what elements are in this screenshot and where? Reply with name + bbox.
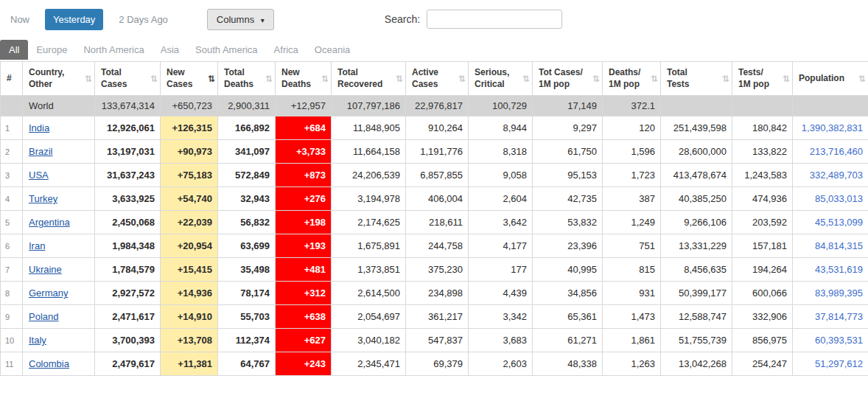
col-header-label: Population [799,73,857,85]
search-input[interactable] [427,10,562,29]
cell-serious_critical: 4,177 [469,234,533,258]
country-link[interactable]: Italy [29,335,46,346]
country-cell: Brazil [23,140,95,164]
world-row: World133,674,314+650,7232,900,311+12,957… [1,96,868,116]
sort-icon[interactable]: ⇅ [321,74,329,84]
col-header-label: ActiveCases [412,67,457,90]
country-link[interactable]: Turkey [29,193,57,204]
cell-total_deaths: 2,900,311 [218,96,276,116]
cell-total_tests: 251,439,598 [661,116,732,140]
tab-asia[interactable]: Asia [153,40,187,60]
cell-total_deaths: 56,832 [218,211,276,234]
tab-yesterday[interactable]: Yesterday [45,9,103,30]
tab-all[interactable]: All [0,40,28,60]
cell-deaths_per_1m: 120 [603,116,661,140]
cell-cases_per_1m: 9,297 [533,116,603,140]
cell-serious_critical: 9,058 [469,164,533,187]
cell-new_deaths: +638 [276,305,332,329]
country-link[interactable]: Brazil [29,146,53,157]
cell-cases_per_1m: 48,338 [533,352,603,376]
cell-active_cases: 361,217 [406,305,469,329]
country-link[interactable]: India [29,122,49,133]
table-row: 1India12,926,061+126,315166,892+68411,84… [1,116,868,140]
col-header-active_cases[interactable]: ActiveCases⇅ [406,62,469,96]
col-header-label: Tot Cases/1M pop [539,67,591,90]
col-header-label: # [7,73,11,85]
rank-cell: 7 [1,258,23,282]
cell-serious_critical: 3,642 [469,211,533,234]
table-row: 7Ukraine1,784,579+15,41535,498+4811,373,… [1,258,868,282]
col-header-deaths_per_1m[interactable]: Deaths/1M pop⇅ [603,62,661,96]
country-link[interactable]: Ukraine [29,264,62,275]
sort-icon[interactable]: ⇅ [265,74,273,84]
cell-deaths_per_1m: 1,861 [603,329,661,352]
cell-total_deaths: 55,703 [218,305,276,329]
cell-population [793,96,868,116]
sort-icon[interactable]: ⇅ [722,74,729,84]
sort-icon[interactable]: ⇅ [522,74,530,84]
cell-tests_per_1m: 1,243,583 [732,164,793,187]
rank-cell: 5 [1,211,23,234]
cell-tests_per_1m [732,96,793,116]
cell-population: 37,814,773 [793,305,868,329]
cell-cases_per_1m: 40,995 [533,258,603,282]
tab-africa[interactable]: Africa [266,40,307,60]
tab-now[interactable]: Now [10,14,29,25]
col-header-rank: # [1,62,23,96]
table-row: 4Turkey3,633,925+54,74032,943+2763,194,9… [1,187,868,211]
col-header-total_recovered[interactable]: TotalRecovered⇅ [332,62,406,96]
columns-button[interactable]: Columns ▾ [207,9,274,30]
col-header-new_deaths[interactable]: NewDeaths⇅ [276,62,332,96]
cell-new_cases: +90,973 [161,140,218,164]
rank-cell: 4 [1,187,23,211]
tab-2-days-ago[interactable]: 2 Days Ago [119,14,168,25]
sort-icon[interactable]: ⇅ [396,74,403,84]
cell-deaths_per_1m: 1,249 [603,211,661,234]
cell-population: 60,393,531 [793,329,868,352]
table-row: 3USA31,637,243+75,183572,849+87324,206,5… [1,164,868,187]
col-header-total_cases[interactable]: TotalCases⇅ [95,62,161,96]
cell-total_tests: 50,399,177 [661,282,732,305]
col-header-cases_per_1m[interactable]: Tot Cases/1M pop⇅ [533,62,603,96]
tab-oceania[interactable]: Oceania [307,40,358,60]
tab-europe[interactable]: Europe [28,40,75,60]
cell-total_tests: 40,385,250 [661,187,732,211]
country-cell: Ukraine [23,258,95,282]
cell-new_deaths: +276 [276,187,332,211]
sort-icon[interactable]: ⇅ [85,74,92,84]
col-header-total_tests[interactable]: TotalTests⇅ [661,62,732,96]
cell-active_cases: 218,611 [406,211,469,234]
sort-icon[interactable]: ⇅ [858,74,866,84]
cell-serious_critical: 8,944 [469,116,533,140]
cell-tests_per_1m: 180,842 [732,116,793,140]
country-link[interactable]: Argentina [29,217,70,228]
country-cell: Poland [23,305,95,329]
col-header-new_cases[interactable]: NewCases⇅ [161,62,218,96]
country-link[interactable]: Colombia [29,358,69,369]
cell-serious_critical: 2,604 [469,187,533,211]
cell-new_cases: +11,381 [161,352,218,376]
country-link[interactable]: Poland [29,311,58,322]
cell-serious_critical: 2,603 [469,352,533,376]
col-header-label: TotalDeaths [224,67,264,90]
col-header-country[interactable]: Country,Other⇅ [23,62,95,96]
col-header-tests_per_1m[interactable]: Tests/1M pop⇅ [732,62,793,96]
col-header-label: Serious,Critical [475,67,521,90]
cell-total_tests: 13,042,268 [661,352,732,376]
col-header-serious_critical[interactable]: Serious,Critical⇅ [469,62,533,96]
tab-south-america[interactable]: South America [187,40,266,60]
sort-icon[interactable]: ⇅ [592,74,600,84]
sort-icon[interactable]: ⇅ [783,74,790,84]
sort-icon[interactable]: ⇅ [208,74,215,84]
sort-icon[interactable]: ⇅ [458,74,466,84]
sort-icon[interactable]: ⇅ [150,74,158,84]
col-header-population[interactable]: Population⇅ [793,62,868,96]
sort-icon[interactable]: ⇅ [651,74,658,84]
country-link[interactable]: Iran [29,240,45,251]
country-link[interactable]: Germany [29,287,68,299]
cell-tests_per_1m: 332,906 [732,305,793,329]
col-header-total_deaths[interactable]: TotalDeaths⇅ [218,62,276,96]
country-link[interactable]: USA [29,170,49,181]
cell-cases_per_1m: 65,361 [533,305,603,329]
tab-north-america[interactable]: North America [75,40,152,60]
